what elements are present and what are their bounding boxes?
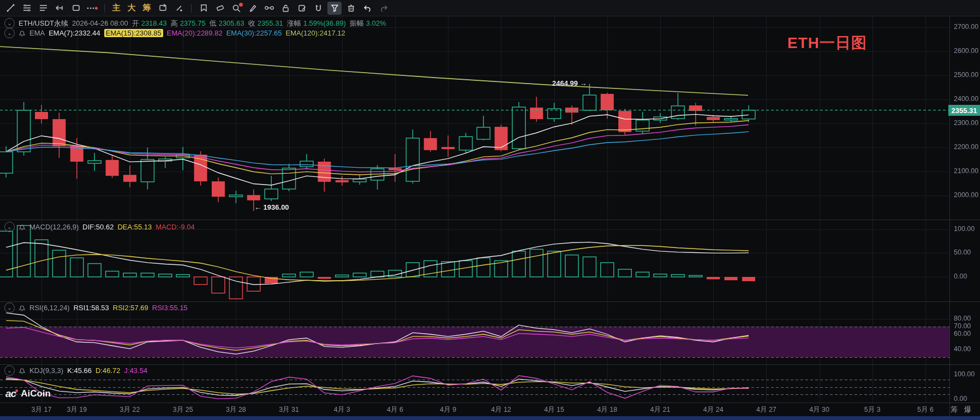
x-axis-date-label: 4月 30 bbox=[809, 405, 829, 415]
pen-icon[interactable] bbox=[246, 2, 260, 15]
collapse-chevron-icon[interactable]: ⌄ bbox=[4, 18, 15, 28]
x-axis-date-label: 3月 17 bbox=[32, 405, 52, 415]
j-value: J:43.54 bbox=[124, 366, 148, 375]
close-label: 收 bbox=[248, 19, 255, 28]
k-value: K:45.66 bbox=[67, 366, 92, 375]
brush-icon[interactable] bbox=[172, 2, 186, 15]
trash-icon[interactable] bbox=[344, 2, 358, 15]
x-axis-date-label: 3月 22 bbox=[120, 405, 140, 415]
notification-dot bbox=[239, 3, 243, 7]
macd-axis-label: 100.00 bbox=[954, 225, 975, 233]
x-axis-date-label: 4月 18 bbox=[597, 405, 617, 415]
macd-title: MACD(12,26,9) bbox=[29, 223, 79, 231]
menu-lines-icon[interactable] bbox=[36, 2, 50, 15]
ema120-value: EMA(120):2417.12 bbox=[286, 29, 345, 37]
kdj-row: ⌄ KDJ(9,3,3) K:45.66 D:46.72 J:43.54 bbox=[4, 365, 147, 376]
pattern-icon[interactable] bbox=[262, 2, 276, 15]
lock-icon[interactable] bbox=[278, 2, 292, 15]
ohlc-header-row: ⌄ ETH/USDT永续 2026-04-26 08:00 开2318.43 高… bbox=[4, 18, 386, 28]
alert-bell-icon[interactable] bbox=[19, 223, 26, 231]
close-value: 2355.31 bbox=[258, 19, 283, 27]
toolbar-divider bbox=[104, 4, 105, 13]
rsi3-value: RSI3:55.15 bbox=[152, 304, 188, 312]
x-axis-date-label: 4月 21 bbox=[650, 405, 671, 415]
note-edit-icon[interactable] bbox=[295, 2, 309, 15]
rectangle-tool-icon[interactable] bbox=[69, 2, 83, 15]
dif-value: DIF:50.62 bbox=[82, 223, 113, 231]
rsi-axis-label: 60.00 bbox=[954, 330, 971, 338]
x-axis-date-label: 5月 6 bbox=[917, 405, 934, 415]
chart-canvas[interactable] bbox=[0, 0, 980, 420]
ema7-value: EMA(7):2332.44 bbox=[49, 29, 100, 37]
kdj-title: KDJ(9,3,3) bbox=[29, 366, 63, 375]
ema20-value: EMA(20):2289.82 bbox=[167, 29, 223, 37]
main-chart-button[interactable]: 主 bbox=[110, 3, 123, 13]
filter-icon[interactable] bbox=[327, 2, 342, 15]
open-label: 开 bbox=[132, 19, 139, 28]
collapse-chevron-icon[interactable]: ⌄ bbox=[4, 28, 15, 38]
dea-value: DEA:55.13 bbox=[117, 223, 152, 231]
low-value: 2305.63 bbox=[219, 19, 244, 27]
burst-tool-button[interactable]: 爆 bbox=[964, 405, 971, 415]
chips-button[interactable]: 筹 bbox=[140, 3, 153, 13]
rsi-axis-label: 40.00 bbox=[954, 345, 971, 353]
rotate-icon[interactable] bbox=[156, 2, 170, 15]
rsi-title: RSI(6,12,24) bbox=[29, 304, 70, 312]
more-dots-icon[interactable] bbox=[85, 2, 99, 15]
zoom-search-icon[interactable] bbox=[229, 2, 243, 15]
eraser-icon[interactable] bbox=[213, 2, 227, 15]
amplitude-label: 振幅 bbox=[350, 19, 364, 28]
aicoin-logo: ac AiCoin bbox=[5, 388, 51, 400]
drawing-toolbar: 主 大 筹 bbox=[0, 0, 980, 16]
price-axis-label: 2700.00 bbox=[954, 23, 978, 31]
fib-lines-icon[interactable] bbox=[20, 2, 34, 15]
undo-icon[interactable] bbox=[360, 2, 374, 15]
x-axis-date-label: 3月 25 bbox=[173, 405, 193, 415]
alert-bell-icon[interactable] bbox=[19, 367, 26, 375]
ema-row: ⌄ EMA EMA(7):2332.44 EMA(15):2308.85 EMA… bbox=[4, 28, 345, 38]
chart-title-annotation: ETH一日图 bbox=[787, 33, 867, 54]
collapse-chevron-icon[interactable]: ⌄ bbox=[4, 222, 15, 232]
x-axis-date-label: 4月 3 bbox=[334, 405, 350, 415]
magnet-icon[interactable] bbox=[311, 2, 325, 15]
price-axis-label: 2000.00 bbox=[954, 191, 978, 199]
collapse-chevron-icon[interactable]: ⌄ bbox=[4, 303, 15, 313]
macd-row: ⌄ MACD(12,26,9) DIF:50.62 DEA:55.13 MACD… bbox=[4, 222, 195, 232]
kdj-axis-label: 100.00 bbox=[954, 370, 975, 378]
alert-bell-icon[interactable] bbox=[19, 304, 26, 312]
toolbar-divider bbox=[191, 4, 192, 13]
x-axis-date-label: 4月 27 bbox=[756, 405, 776, 415]
open-value: 2318.43 bbox=[141, 19, 167, 27]
alert-bell-icon[interactable] bbox=[19, 29, 26, 37]
trend-line-icon[interactable] bbox=[3, 2, 17, 15]
x-axis-date-label: 4月 12 bbox=[491, 405, 511, 415]
macd-axis-label: 50.00 bbox=[954, 249, 971, 256]
price-axis-label: 2400.00 bbox=[954, 95, 978, 103]
chips-tool-button[interactable]: 筹 bbox=[951, 405, 958, 415]
logo-mark: ac bbox=[5, 388, 16, 400]
change-value: 1.59%(36.89) bbox=[303, 19, 346, 27]
price-axis-label: 2300.00 bbox=[954, 119, 978, 127]
price-axis-label: 2200.00 bbox=[954, 143, 978, 151]
d-value: D:46.72 bbox=[95, 366, 121, 375]
high-price-annotation: 2464.99 → bbox=[552, 79, 587, 87]
arrow-tool-icon[interactable] bbox=[52, 2, 67, 15]
big-chart-button[interactable]: 大 bbox=[125, 3, 138, 13]
datetime-label: 2026-04-26 08:00 bbox=[72, 19, 128, 27]
high-value: 2375.75 bbox=[180, 19, 206, 27]
low-price-annotation: ← 1936.00 bbox=[254, 203, 289, 211]
amplitude-value: 3.02% bbox=[366, 19, 386, 27]
rsi2-value: RSI2:57.69 bbox=[113, 304, 148, 312]
rsi1-value: RSI1:58.53 bbox=[74, 304, 109, 312]
redo-icon[interactable] bbox=[377, 2, 391, 15]
high-label: 高 bbox=[171, 19, 178, 28]
ema-title: EMA bbox=[29, 29, 45, 37]
x-axis-date-label: 5月 3 bbox=[864, 405, 881, 415]
macd-axis-label: 0.00 bbox=[954, 273, 967, 280]
price-axis-label: 2500.00 bbox=[954, 71, 978, 79]
x-axis-date-label: 3月 28 bbox=[226, 405, 246, 415]
price-axis-label: 2600.00 bbox=[954, 47, 978, 55]
bookmark-icon[interactable] bbox=[196, 2, 211, 15]
current-price-tag: 2355.31 bbox=[948, 105, 980, 116]
collapse-chevron-icon[interactable]: ⌄ bbox=[4, 365, 15, 376]
